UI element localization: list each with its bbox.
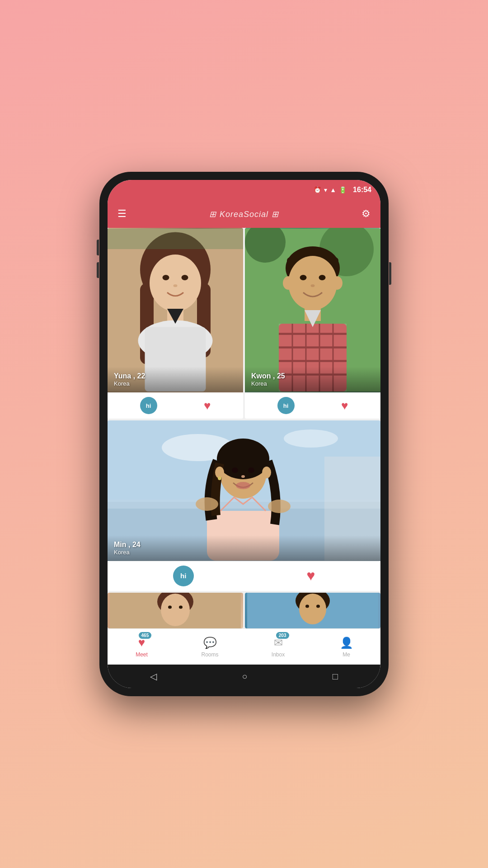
me-label: Me xyxy=(343,651,350,658)
yuna-name: Yuna , 22 xyxy=(114,372,237,380)
svg-point-62 xyxy=(299,594,326,624)
yuna-info-overlay: Yuna , 22 Korea xyxy=(108,367,243,392)
min-like-button[interactable]: ♥ xyxy=(306,567,315,584)
app-logo: ⊞ KoreaSocial ⊞ xyxy=(209,208,279,220)
status-bar: ⏰ ▾ ▲ 🔋 16:54 xyxy=(108,180,380,200)
signal-icon: ▲ xyxy=(330,186,336,193)
alarm-icon: ⏰ xyxy=(314,186,321,193)
svg-point-50 xyxy=(262,467,271,478)
profile-card-yuna[interactable]: Yuna , 22 Korea hi ♥ xyxy=(108,228,243,419)
battery-icon: 🔋 xyxy=(339,186,347,193)
svg-point-58 xyxy=(168,605,172,609)
svg-point-22 xyxy=(283,276,294,290)
svg-point-52 xyxy=(196,497,218,511)
svg-point-6 xyxy=(182,275,188,280)
phone-device: ⏰ ▾ ▲ 🔋 16:54 ☰ ⊞ KoreaSocial ⊞ ⚙ xyxy=(99,172,389,696)
inbox-badge: 203 xyxy=(276,632,289,639)
profile-image-yuna: Yuna , 22 Korea xyxy=(108,228,243,392)
recents-button[interactable]: □ xyxy=(333,671,338,682)
meet-icon: ♥ 465 xyxy=(138,636,145,650)
svg-point-64 xyxy=(316,604,320,608)
svg-point-48 xyxy=(236,482,250,489)
meet-label: Meet xyxy=(136,651,148,658)
svg-point-21 xyxy=(311,284,315,287)
bottom-navigation: ♥ 465 Meet 💬 Rooms ✉ 203 Inbox xyxy=(108,628,380,665)
svg-point-18 xyxy=(288,256,337,310)
yuna-like-button[interactable]: ♥ xyxy=(204,399,211,413)
menu-icon[interactable]: ☰ xyxy=(117,208,127,220)
svg-point-20 xyxy=(319,275,326,280)
nav-item-meet[interactable]: ♥ 465 Meet xyxy=(108,636,176,658)
volume-down-button[interactable] xyxy=(97,262,99,278)
partial-image-2 xyxy=(245,593,380,628)
svg-point-23 xyxy=(332,276,343,290)
min-actions: hi ♥ xyxy=(108,561,380,591)
status-icons: ⏰ ▾ ▲ 🔋 16:54 xyxy=(314,186,371,194)
meet-badge: 465 xyxy=(139,632,152,639)
yuna-actions: hi ♥ xyxy=(108,392,243,419)
svg-point-53 xyxy=(268,500,291,513)
profile-image-kwon: Kwon , 25 Korea xyxy=(245,228,380,392)
back-button[interactable]: ◁ xyxy=(150,671,157,682)
kwon-location: Korea xyxy=(251,380,374,387)
svg-point-63 xyxy=(305,604,309,608)
phone-screen: ⏰ ▾ ▲ 🔋 16:54 ☰ ⊞ KoreaSocial ⊞ ⚙ xyxy=(108,180,380,688)
top-profile-row: Yuna , 22 Korea hi ♥ xyxy=(108,228,380,419)
kwon-hi-button[interactable]: hi xyxy=(277,397,295,414)
android-nav-bar: ◁ ○ □ xyxy=(108,665,380,688)
me-icon: 👤 xyxy=(340,636,353,650)
volume-up-button[interactable] xyxy=(97,240,99,255)
main-content: Yuna , 22 Korea hi ♥ xyxy=(108,228,380,628)
min-hi-button[interactable]: hi xyxy=(173,566,194,586)
svg-point-44 xyxy=(217,439,269,479)
rooms-label: Rooms xyxy=(201,651,218,658)
profile-card-kwon[interactable]: Kwon , 25 Korea hi ♥ xyxy=(245,228,380,419)
settings-icon[interactable]: ⚙ xyxy=(361,208,371,220)
nav-item-inbox[interactable]: ✉ 203 Inbox xyxy=(244,636,312,658)
min-name: Min , 24 xyxy=(114,541,374,549)
inbox-icon: ✉ 203 xyxy=(274,636,283,650)
yuna-location: Korea xyxy=(114,380,237,387)
nav-item-me[interactable]: 👤 Me xyxy=(312,636,380,658)
kwon-like-button[interactable]: ♥ xyxy=(341,399,348,413)
partial-profile-row xyxy=(108,593,380,628)
svg-point-46 xyxy=(248,467,254,473)
svg-point-7 xyxy=(174,284,178,287)
profile-card-min[interactable]: Min , 24 Korea hi ♥ xyxy=(108,420,380,591)
svg-point-19 xyxy=(300,275,307,280)
partial-image-1 xyxy=(108,593,243,628)
top-bar: ☰ ⊞ KoreaSocial ⊞ ⚙ xyxy=(108,200,380,228)
wifi-icon: ▾ xyxy=(324,186,327,193)
svg-point-57 xyxy=(161,594,190,626)
profile-image-min: Min , 24 Korea xyxy=(108,420,380,561)
profile-grid: Yuna , 22 Korea hi ♥ xyxy=(108,228,380,628)
partial-card-1[interactable] xyxy=(108,593,243,628)
partial-card-2[interactable] xyxy=(245,593,380,628)
svg-point-45 xyxy=(232,467,238,473)
power-button[interactable] xyxy=(389,262,391,285)
home-button[interactable]: ○ xyxy=(242,671,247,682)
kwon-actions: hi ♥ xyxy=(245,392,380,419)
svg-rect-12 xyxy=(108,229,243,249)
svg-point-40 xyxy=(284,429,338,448)
svg-point-4 xyxy=(150,255,201,311)
kwon-info-overlay: Kwon , 25 Korea xyxy=(245,367,380,392)
min-location: Korea xyxy=(114,549,374,556)
inbox-label: Inbox xyxy=(272,651,285,658)
svg-point-5 xyxy=(163,275,169,280)
svg-point-51 xyxy=(218,476,221,480)
status-time: 16:54 xyxy=(353,186,371,194)
rooms-icon: 💬 xyxy=(203,636,217,650)
min-info-overlay: Min , 24 Korea xyxy=(108,535,380,561)
svg-point-47 xyxy=(241,475,245,478)
kwon-name: Kwon , 25 xyxy=(251,372,374,380)
nav-item-rooms[interactable]: 💬 Rooms xyxy=(176,636,244,658)
yuna-hi-button[interactable]: hi xyxy=(140,397,157,414)
svg-point-59 xyxy=(179,605,183,609)
